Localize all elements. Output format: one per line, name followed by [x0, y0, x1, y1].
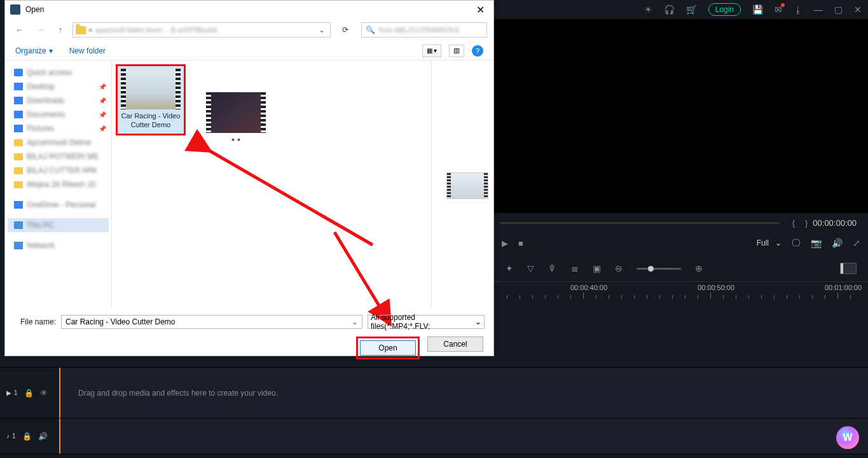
track-hint: Drag and drop media and effects here to … [78, 389, 278, 398]
magnet-icon[interactable]: ✦ [506, 263, 513, 274]
display-mode-dropdown[interactable]: Full ⌄ [757, 239, 782, 247]
sidebar-downloads[interactable]: Downloads📌 [8, 94, 109, 108]
sidebar-folder[interactable]: BILAJ ROTWERI ME [8, 149, 109, 163]
organize-menu[interactable]: Organize ▾ [15, 46, 53, 55]
dialog-body: Quick access Desktop📌 Downloads📌 Documen… [5, 60, 493, 309]
login-button[interactable]: Login [708, 3, 741, 16]
maximize-icon[interactable]: ▢ [834, 4, 843, 15]
dialog-app-icon [10, 4, 20, 15]
sidebar-folder[interactable]: BILAJ CUTTER ARK [8, 163, 109, 177]
mute-icon[interactable]: 🔊 [38, 432, 48, 441]
open-file-dialog: Open ✕ ← → ↑ « spacesoft blahn bram… B a… [4, 0, 494, 356]
view-mode-dropdown[interactable]: ▦ ▾ [422, 45, 441, 57]
download-icon[interactable]: ⭳ [794, 4, 803, 15]
preview-progress[interactable] [499, 222, 780, 224]
address-path: spacesoft blahn bram… B arOfTBbuhld [95, 26, 313, 34]
filename-value: Car Racing - Video Cutter Demo [65, 317, 176, 326]
sidebar-desktop[interactable]: Desktop📌 [8, 80, 109, 94]
messages-icon[interactable]: ✉ [775, 4, 782, 15]
dialog-title: Open [25, 5, 472, 14]
video-track-label: ▶ 1 [6, 389, 18, 396]
timeline-toolbar: ✦ ▽ 🎙 ≣ ▣ ⊖ ⊕ [494, 258, 868, 279]
play-icon[interactable]: ▶ [502, 239, 508, 248]
minimize-icon[interactable]: — [814, 4, 823, 15]
dialog-close-icon[interactable]: ✕ [472, 4, 488, 16]
audio-track[interactable]: ♪ 1 🔒 🔊 [0, 419, 868, 454]
filename-label: File name: [14, 317, 56, 326]
sidebar-quick-access[interactable]: Quick access [8, 66, 109, 80]
search-input[interactable]: 🔍 from ABLZCUTRARKOLE [361, 22, 487, 38]
nav-back-icon[interactable]: ← [11, 22, 28, 38]
timeline-ruler[interactable]: 00:00:40:00 00:00:50:00 00:01:00:00 [494, 281, 868, 303]
sidebar-folder[interactable]: Apcommodi Delme [8, 135, 109, 149]
dialog-toolbar: Organize ▾ New folder ▦ ▾ ▥ ? [5, 41, 493, 60]
video-track[interactable]: ▶ 1 🔒 👁 Drag and drop media and effects … [0, 368, 868, 419]
visibility-icon[interactable]: 👁 [40, 389, 48, 398]
video-preview [494, 19, 868, 213]
fullscreen-icon[interactable]: ⤢ [853, 238, 860, 248]
chevron-down-icon[interactable]: ⌄ [352, 317, 358, 326]
stop-icon[interactable]: ■ [518, 239, 523, 248]
zoom-slider[interactable] [637, 268, 681, 270]
close-app-icon[interactable]: ✕ [854, 4, 862, 15]
file-item[interactable]: ▪ ▪ [201, 92, 271, 144]
filetype-value: All supported files(*.MP4;*.FLV; [371, 313, 475, 331]
snapshot-icon[interactable]: 📷 [811, 238, 822, 248]
quality-icon[interactable]: 🖵 [792, 238, 801, 248]
ruler-label: 00:00:40:00 [570, 284, 607, 291]
sidebar-onedrive[interactable]: OneDrive - Personal [8, 198, 109, 212]
chevron-down-icon: ⌄ [475, 317, 481, 326]
ruler-label: 00:01:00:00 [825, 284, 862, 291]
filename-input[interactable]: Car Racing - Video Cutter Demo ⌄ [61, 315, 362, 329]
lock-icon[interactable]: 🔒 [24, 389, 34, 398]
audio-mixer-icon[interactable]: ≣ [571, 263, 579, 274]
preview-pane-toggle[interactable]: ▥ [449, 45, 464, 57]
address-bar[interactable]: « spacesoft blahn bram… B arOfTBbuhld ⌄ [72, 22, 331, 38]
sidebar-pictures[interactable]: Pictures📌 [8, 121, 109, 135]
video-track-head: ▶ 1 🔒 👁 [0, 368, 60, 418]
annotation-arrow [201, 143, 379, 253]
dialog-sidebar: Quick access Desktop📌 Downloads📌 Documen… [5, 60, 112, 309]
file-item-selected[interactable]: Car Racing - Video Cutter Demo [116, 64, 186, 135]
preview-timecode: 00:00:00:00 [813, 218, 868, 228]
pane-divider[interactable] [431, 60, 432, 309]
sidebar-documents[interactable]: Documents📌 [8, 108, 109, 121]
video-thumbnail-icon [121, 69, 181, 109]
save-icon[interactable]: 💾 [752, 4, 763, 15]
voiceover-icon[interactable]: 🎙 [548, 263, 557, 274]
audio-track-label: ♪ 1 [6, 433, 16, 440]
render-icon[interactable]: ▣ [593, 263, 601, 274]
address-dropdown-icon[interactable]: ⌄ [316, 25, 327, 34]
zoom-in-icon[interactable]: ⊕ [695, 263, 703, 274]
zoom-out-icon[interactable]: ⊖ [615, 263, 623, 274]
search-placeholder: from ABLZCUTRARKOLE [379, 26, 483, 34]
filetype-dropdown[interactable]: All supported files(*.MP4;*.FLV; ⌄ [368, 315, 485, 329]
sidebar-folder[interactable]: iMojea 26 Rikesh 20 [8, 177, 109, 191]
new-folder-button[interactable]: New folder [69, 46, 106, 55]
cancel-button[interactable]: Cancel [427, 337, 483, 352]
file-list-pane[interactable]: Car Racing - Video Cutter Demo ▪ ▪ [112, 60, 493, 309]
dialog-nav-row: ← → ↑ « spacesoft blahn bram… B arOfTBbu… [5, 18, 493, 41]
help-icon[interactable]: ? [472, 45, 483, 57]
refresh-icon[interactable]: ⟳ [337, 22, 354, 38]
track-size-toggle[interactable] [840, 263, 857, 274]
nav-forward-icon[interactable]: → [32, 22, 48, 38]
nav-up-icon[interactable]: ↑ [52, 22, 69, 38]
mark-out-bracket[interactable]: } [800, 218, 813, 228]
open-button[interactable]: Open [360, 340, 416, 356]
lock-icon[interactable]: 🔒 [22, 432, 32, 441]
sidebar-this-pc[interactable]: This PC [8, 218, 109, 232]
audio-track-head: ♪ 1 🔒 🔊 [0, 419, 60, 454]
mark-in-bracket[interactable]: { [787, 218, 800, 228]
preview-pane-thumbnail [446, 172, 488, 199]
marker-icon[interactable]: ▽ [527, 263, 534, 274]
dialog-footer: File name: Car Racing - Video Cutter Dem… [5, 309, 493, 356]
app-logo: W [836, 426, 859, 449]
tips-icon[interactable]: ☀ [644, 4, 652, 15]
chevron-down-icon: ▾ [49, 46, 53, 55]
sidebar-network[interactable]: Network [8, 239, 109, 253]
dialog-title-bar: Open ✕ [5, 1, 493, 18]
volume-icon[interactable]: 🔊 [832, 238, 843, 248]
support-icon[interactable]: 🎧 [664, 4, 675, 15]
store-icon[interactable]: 🛒 [686, 4, 697, 15]
